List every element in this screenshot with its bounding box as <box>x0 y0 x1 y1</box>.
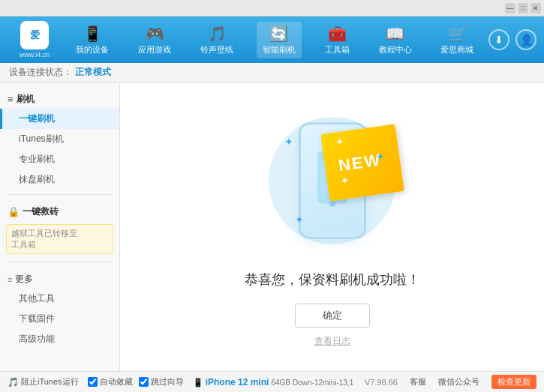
device-info: 📱 iPhone 12 mini 64GB Down-12mini-13,1 <box>193 377 354 388</box>
nav-my-device[interactable]: 📱 我的设备 <box>70 22 115 58</box>
sidebar-rescue-title: 🔒 一键救砖 <box>0 202 119 221</box>
nav-toolbox[interactable]: 🧰 工具箱 <box>319 22 356 58</box>
view-log-link[interactable]: 查看日志 <box>314 335 350 348</box>
skip-wizard-checkbox[interactable]: 跳过向导 <box>139 376 184 388</box>
maximize-btn[interactable]: □ <box>518 3 528 13</box>
smart-flash-label: 智能刷机 <box>263 44 296 55</box>
skip-wizard-label: 跳过向导 <box>151 376 184 388</box>
logo-url: www.i4.cn <box>20 51 50 58</box>
nav-bar: 爱 www.i4.cn 📱 我的设备 🎮 应用游戏 🎵 铃声壁纸 🔄 智能刷机 … <box>0 16 544 63</box>
device-name: iPhone 12 mini <box>206 377 269 388</box>
bottom-bar: 🎵 阻止iTunes运行 自动敛藏 跳过向导 📱 iPhone 12 mini … <box>0 371 544 392</box>
logo-icon: 爱 <box>20 21 49 49</box>
smart-flash-icon: 🔄 <box>269 25 288 43</box>
itunes-stop: 🎵 阻止iTunes运行 <box>8 376 79 388</box>
nav-smart-flash[interactable]: 🔄 智能刷机 <box>257 22 302 58</box>
sidebar-rescue-section: 🔒 一键救砖 越狱工具已转移至工具箱 <box>0 198 119 259</box>
main-layout: ≡ 刷机 一键刷机 iTunes刷机 专业刷机 抹盘刷机 🔒 一键救砖 <box>0 82 544 371</box>
bottom-right: V7.98.66 客服 微信公众号 检查更新 <box>365 375 536 389</box>
tutorial-icon: 📖 <box>386 25 404 43</box>
success-illustration: ✦ NEW ✦ ✦ ✦ ✦ <box>257 106 407 256</box>
nav-right: ⬇ 👤 <box>488 29 536 50</box>
customer-service-link[interactable]: 客服 <box>410 376 426 388</box>
more-section-icon: ≡ <box>8 275 12 284</box>
sidebar-rescue-notice: 越狱工具已转移至工具箱 <box>6 224 113 254</box>
status-bar: 设备连接状态： 正常模式 <box>0 63 544 82</box>
device-capacity: 64GB <box>271 379 290 387</box>
title-bar: — □ ✕ <box>0 0 544 16</box>
user-btn[interactable]: 👤 <box>515 29 536 50</box>
toolbox-icon: 🧰 <box>328 25 347 43</box>
confirm-button[interactable]: 确定 <box>295 304 370 328</box>
minimize-btn[interactable]: — <box>505 3 515 13</box>
nav-tutorial[interactable]: 📖 教程中心 <box>373 22 418 58</box>
sparkle-2: ✦ <box>376 151 385 163</box>
nav-items: 📱 我的设备 🎮 应用游戏 🎵 铃声壁纸 🔄 智能刷机 🧰 工具箱 📖 教程中心… <box>62 22 488 58</box>
version-label: V7.98.66 <box>365 378 398 387</box>
ringtone-icon: 🎵 <box>208 25 227 43</box>
sidebar-item-download-firmware[interactable]: 下载固件 <box>0 309 119 329</box>
nav-ringtone[interactable]: 🎵 铃声壁纸 <box>194 22 239 58</box>
new-banner: ✦ NEW ✦ <box>320 124 404 201</box>
rescue-icon: 🔒 <box>8 206 20 217</box>
sidebar-item-itunes-flash[interactable]: iTunes刷机 <box>0 129 119 149</box>
sidebar-item-onekey-flash[interactable]: 一键刷机 <box>0 109 119 129</box>
status-label: 设备连接状态： <box>9 66 72 79</box>
bottom-left: 🎵 阻止iTunes运行 自动敛藏 跳过向导 📱 iPhone 12 mini … <box>8 376 365 388</box>
flash-section-icon: ≡ <box>8 94 14 105</box>
nav-app-game[interactable]: 🎮 应用游戏 <box>132 22 177 58</box>
auto-dismiss-label: 自动敛藏 <box>100 376 133 388</box>
sidebar-item-pro-flash[interactable]: 专业刷机 <box>0 149 119 169</box>
purchase-icon: 🛒 <box>448 25 467 43</box>
download-btn[interactable]: ⬇ <box>488 29 509 50</box>
sidebar-more-title: ≡ 更多 <box>0 270 119 289</box>
main-content: ✦ NEW ✦ ✦ ✦ ✦ 恭喜您，保资料刷机成功啦！ 确定 查看日志 <box>120 82 544 371</box>
sparkle-1: ✦ <box>284 136 293 148</box>
app-game-icon: 🎮 <box>146 25 164 43</box>
sidebar-more-section: ≡ 更多 其他工具 下载固件 高级功能 <box>0 265 119 351</box>
sidebar-item-advanced[interactable]: 高级功能 <box>0 329 119 349</box>
itunes-icon: 🎵 <box>8 377 19 388</box>
sidebar-item-other-tools[interactable]: 其他工具 <box>0 289 119 309</box>
success-title: 恭喜您，保资料刷机成功啦！ <box>245 271 420 289</box>
sparkle-3: ✦ <box>295 214 304 226</box>
auto-dismiss-checkbox[interactable]: 自动敛藏 <box>88 376 133 388</box>
svg-point-2 <box>329 200 335 206</box>
my-device-icon: 📱 <box>83 25 102 43</box>
app-game-label: 应用游戏 <box>138 44 171 55</box>
nav-purchase[interactable]: 🛒 爱思商城 <box>434 22 479 58</box>
sidebar-flash-section: ≡ 刷机 一键刷机 iTunes刷机 专业刷机 抹盘刷机 <box>0 85 119 191</box>
sidebar-flash-title: ≡ 刷机 <box>0 90 119 109</box>
toolbox-label: 工具箱 <box>325 44 350 55</box>
close-btn[interactable]: ✕ <box>530 3 541 13</box>
tutorial-label: 教程中心 <box>379 44 412 55</box>
device-model: Down-12mini-13,1 <box>293 379 353 387</box>
auto-dismiss-input[interactable] <box>88 377 98 387</box>
sidebar-divider-1 <box>8 194 112 195</box>
sidebar-item-wipe-flash[interactable]: 抹盘刷机 <box>0 169 119 190</box>
stop-itunes-label: 阻止iTunes运行 <box>21 376 79 388</box>
device-icon: 📱 <box>193 378 203 387</box>
skip-wizard-input[interactable] <box>139 377 149 387</box>
purchase-label: 爱思商城 <box>440 44 473 55</box>
new-star-left: ✦ <box>334 136 344 148</box>
app-logo: 爱 www.i4.cn <box>8 21 62 58</box>
sidebar: ≡ 刷机 一键刷机 iTunes刷机 专业刷机 抹盘刷机 🔒 一键救砖 <box>0 82 120 371</box>
check-update-btn[interactable]: 检查更新 <box>491 375 536 389</box>
wechat-link[interactable]: 微信公众号 <box>438 376 479 388</box>
ringtone-label: 铃声壁纸 <box>200 44 233 55</box>
status-value: 正常模式 <box>75 66 111 79</box>
sidebar-divider-2 <box>8 262 112 262</box>
new-star-right: ✦ <box>340 175 350 187</box>
my-device-label: 我的设备 <box>76 44 109 55</box>
